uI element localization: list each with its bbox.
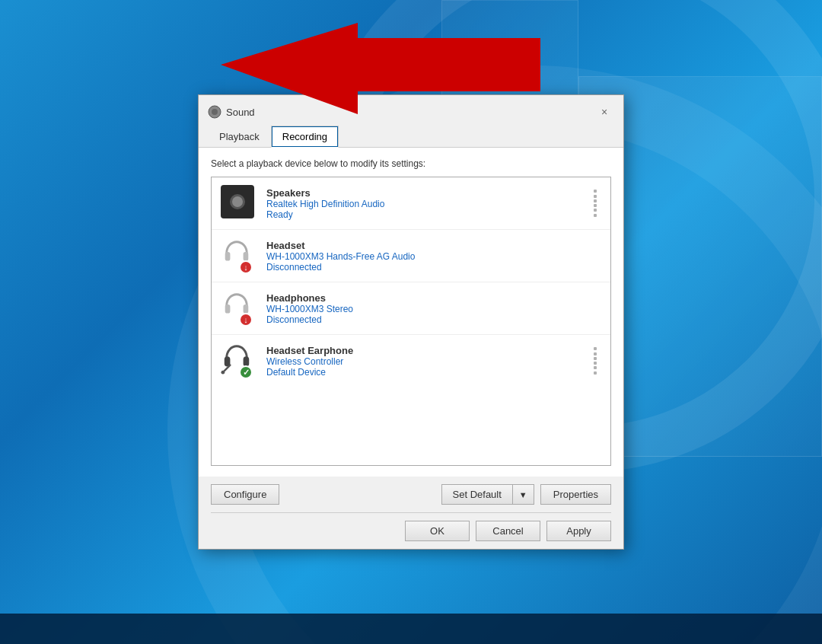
taskbar [0,614,822,644]
configure-button[interactable]: Configure [211,484,279,505]
headset-earphone-info: Headset Earphone Wireless Controller Def… [266,345,589,378]
dialog-content: Select a playback device below to modify… [199,148,623,477]
dialog-overlay: Sound × Playback Recording Select a play… [0,0,822,644]
svg-rect-3 [225,252,231,260]
headset-name: Headset [266,240,601,251]
device-list: Speakers Realtek High Definition Audio R… [211,177,611,466]
apply-button[interactable]: Apply [546,521,611,541]
svg-rect-6 [244,304,249,313]
bottom-row2: OK Cancel Apply [211,512,611,541]
headset-icon-wrapper: ↓ [221,238,257,274]
tab-recording[interactable]: Recording [271,126,339,148]
sound-icon [208,105,221,119]
headset-status: Disconnected [266,262,601,273]
speakers-name: Speakers [266,187,589,199]
ok-button[interactable]: OK [405,521,470,541]
cancel-button[interactable]: Cancel [476,521,540,541]
title-bar-left: Sound [208,105,255,119]
svg-rect-4 [244,252,249,260]
tab-bar: Playback Recording [199,126,623,148]
device-item-headset[interactable]: ↓ Headset WH-1000XM3 Hands-Free AG Audio… [212,230,610,282]
headset-earphone-status-badge: ✓ [239,365,253,379]
tab-playback[interactable]: Playback [208,126,271,148]
headphones-name: Headphones [266,292,601,304]
headset-status-badge: ↓ [239,260,253,274]
device-item-speakers[interactable]: Speakers Realtek High Definition Audio R… [212,177,610,230]
headset-earphone-subname: Wireless Controller [266,356,589,367]
svg-rect-5 [225,304,231,313]
headset-earphone-status: Default Device [266,367,589,378]
headphones-subname: WH-1000XM3 Stereo [266,304,601,314]
speakers-menu-icon [589,188,601,218]
instruction-text: Select a playback device below to modify… [211,158,611,169]
svg-point-10 [221,371,225,375]
speakers-icon [221,185,254,218]
properties-button[interactable]: Properties [540,484,611,505]
headset-info: Headset WH-1000XM3 Hands-Free AG Audio D… [266,240,601,273]
headphones-info: Headphones WH-1000XM3 Stereo Disconnecte… [266,292,601,325]
headset-earphone-menu-icon [589,346,601,376]
speakers-subname: Realtek High Definition Audio [266,199,589,209]
title-bar: Sound × [199,95,623,123]
headset-subname: WH-1000XM3 Hands-Free AG Audio [266,251,601,262]
dialog-title: Sound [226,107,255,118]
bottom-buttons: Configure Set Default ▼ Properties OK Ca… [199,477,623,549]
set-default-dropdown[interactable]: ▼ [512,484,534,505]
bottom-row1: Configure Set Default ▼ Properties [211,484,611,505]
speakers-status: Ready [266,209,589,220]
speaker-cone [230,194,245,209]
headset-earphone-icon-wrapper: ✓ [221,343,257,379]
device-item-headphones[interactable]: ↓ Headphones WH-1000XM3 Stereo Disconnec… [212,282,610,335]
svg-point-2 [212,109,218,115]
device-item-headset-earphone[interactable]: ✓ Headset Earphone Wireless Controller D… [212,335,610,387]
headset-earphone-name: Headset Earphone [266,345,589,356]
speakers-icon-wrapper [221,185,257,222]
sound-dialog: Sound × Playback Recording Select a play… [198,94,624,550]
headphones-status: Disconnected [266,314,601,325]
speakers-info: Speakers Realtek High Definition Audio R… [266,187,589,220]
set-default-button[interactable]: Set Default [441,484,512,505]
headphones-icon-wrapper: ↓ [221,290,257,327]
set-default-group: Set Default ▼ Properties [441,484,611,505]
headphones-status-badge: ↓ [239,313,253,327]
close-button[interactable]: × [594,104,614,120]
